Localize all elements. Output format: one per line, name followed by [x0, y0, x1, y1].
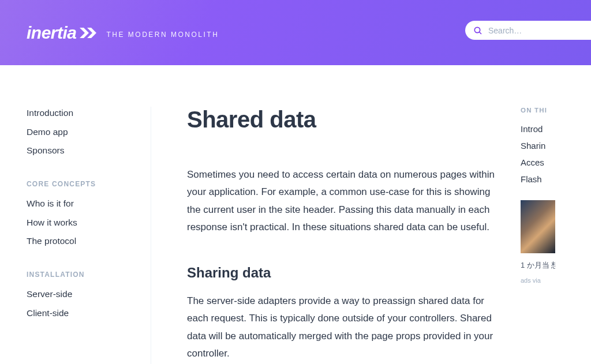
nav-item-the-protocol[interactable]: The protocol [27, 235, 128, 247]
logo: inertia [27, 23, 99, 43]
ad-via: ads via [521, 277, 555, 284]
section-sharing-data-body: The server-side adapters provide a way t… [187, 292, 498, 362]
svg-point-0 [474, 27, 480, 32]
nav-item-who-is-it-for[interactable]: Who is it for [27, 197, 128, 210]
main-content: Shared data Sometimes you need to access… [151, 107, 521, 364]
nav-group-core-concepts: CORE CONCEPTS Who is it for How it works… [27, 180, 128, 247]
nav-heading-core: CORE CONCEPTS [27, 180, 128, 188]
nav-group-general: Introduction Demo app Sponsors [27, 107, 128, 157]
chevrons-icon [79, 27, 99, 39]
ad-block[interactable]: 1 か月当 想マシ ご利用 ads via [521, 200, 555, 284]
nav-item-demo-app[interactable]: Demo app [27, 126, 128, 138]
nav-item-server-side[interactable]: Server-side [27, 288, 128, 301]
toc-item-introduction[interactable]: Introd [521, 124, 555, 134]
search-icon [473, 26, 482, 35]
sidebar-left: Introduction Demo app Sponsors CORE CONC… [0, 107, 151, 364]
sidebar-right: ON THI Introd Sharin Acces Flash 1 か月当 想… [521, 107, 555, 364]
toc-item-accessing[interactable]: Acces [521, 157, 555, 167]
logo-text: inertia [27, 23, 77, 43]
ad-image [521, 200, 555, 253]
toc-item-flash[interactable]: Flash [521, 174, 555, 184]
search-input[interactable] [488, 26, 583, 35]
nav-item-introduction[interactable]: Introduction [27, 107, 128, 119]
svg-line-1 [480, 32, 481, 33]
nav-heading-installation: INSTALLATION [27, 271, 128, 279]
logo-group[interactable]: inertia THE MODERN MONOLITH [27, 23, 219, 43]
nav-item-sponsors[interactable]: Sponsors [27, 144, 128, 157]
nav-item-client-side[interactable]: Client-side [27, 307, 128, 320]
nav-group-installation: INSTALLATION Server-side Client-side [27, 271, 128, 319]
nav-item-how-it-works[interactable]: How it works [27, 216, 128, 229]
search-bar[interactable] [465, 21, 591, 40]
section-sharing-data-title: Sharing data [187, 265, 498, 281]
tagline: THE MODERN MONOLITH [107, 31, 219, 39]
header: inertia THE MODERN MONOLITH [0, 0, 591, 65]
toc-item-sharing[interactable]: Sharin [521, 141, 555, 151]
toc-heading: ON THI [521, 107, 555, 114]
page-title: Shared data [187, 107, 498, 133]
ad-text: 1 か月当 想マシ ご利用 [521, 260, 555, 271]
intro-paragraph: Sometimes you need to access certain dat… [187, 166, 498, 236]
content-area: Introduction Demo app Sponsors CORE CONC… [0, 65, 591, 364]
